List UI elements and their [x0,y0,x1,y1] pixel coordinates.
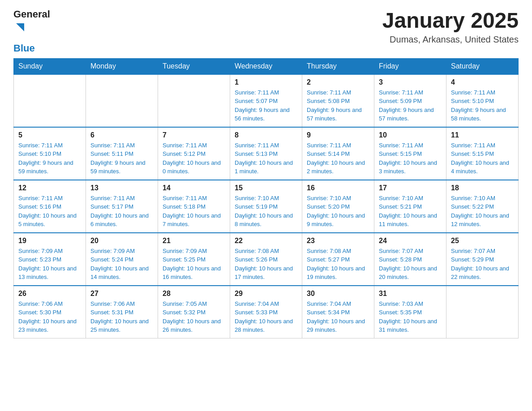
day-number: 8 [235,131,297,139]
day-number: 12 [18,184,81,192]
calendar-cell: 14Sunrise: 7:11 AMSunset: 5:18 PMDayligh… [158,180,230,233]
day-info: Sunrise: 7:11 AMSunset: 5:11 PMDaylight:… [90,141,153,176]
day-number: 11 [451,131,514,139]
day-number: 5 [18,131,81,139]
calendar-cell: 7Sunrise: 7:11 AMSunset: 5:12 PMDaylight… [158,127,230,180]
day-number: 2 [307,78,369,86]
day-info: Sunrise: 7:11 AMSunset: 5:15 PMDaylight:… [451,141,514,176]
calendar-cell: 2Sunrise: 7:11 AMSunset: 5:08 PMDaylight… [302,74,374,127]
day-number: 28 [163,290,225,298]
day-info: Sunrise: 7:11 AMSunset: 5:12 PMDaylight:… [163,141,225,176]
calendar-cell: 29Sunrise: 7:04 AMSunset: 5:33 PMDayligh… [230,286,302,338]
calendar-cell: 1Sunrise: 7:11 AMSunset: 5:07 PMDaylight… [230,74,302,127]
calendar-cell: 25Sunrise: 7:07 AMSunset: 5:29 PMDayligh… [446,233,519,286]
calendar-cell: 12Sunrise: 7:11 AMSunset: 5:16 PMDayligh… [14,180,86,233]
week-row-3: 12Sunrise: 7:11 AMSunset: 5:16 PMDayligh… [14,180,519,233]
day-info: Sunrise: 7:07 AMSunset: 5:29 PMDaylight:… [451,247,514,282]
calendar-title: January 2025 [382,9,519,33]
calendar-cell [86,74,158,127]
day-info: Sunrise: 7:10 AMSunset: 5:19 PMDaylight:… [235,194,297,229]
day-info: Sunrise: 7:04 AMSunset: 5:33 PMDaylight:… [235,300,297,334]
week-row-1: 1Sunrise: 7:11 AMSunset: 5:07 PMDaylight… [14,74,519,127]
logo-general-text: General [13,9,50,20]
day-info: Sunrise: 7:10 AMSunset: 5:21 PMDaylight:… [379,194,442,229]
day-number: 27 [90,290,153,298]
day-info: Sunrise: 7:06 AMSunset: 5:30 PMDaylight:… [18,300,81,334]
calendar-cell: 18Sunrise: 7:10 AMSunset: 5:22 PMDayligh… [446,180,519,233]
day-info: Sunrise: 7:11 AMSunset: 5:13 PMDaylight:… [235,141,297,176]
day-number: 29 [235,290,297,298]
day-info: Sunrise: 7:03 AMSunset: 5:35 PMDaylight:… [379,300,442,334]
day-number: 18 [451,184,514,192]
day-number: 19 [18,237,81,245]
day-number: 16 [307,184,369,192]
day-info: Sunrise: 7:07 AMSunset: 5:28 PMDaylight:… [379,247,442,282]
calendar-cell [446,286,519,338]
day-number: 31 [379,290,442,298]
calendar-cell: 6Sunrise: 7:11 AMSunset: 5:11 PMDaylight… [86,127,158,180]
calendar-cell: 5Sunrise: 7:11 AMSunset: 5:10 PMDaylight… [14,127,86,180]
weekday-header-row: SundayMondayTuesdayWednesdayThursdayFrid… [14,58,519,74]
day-number: 9 [307,131,369,139]
day-number: 25 [451,237,514,245]
day-info: Sunrise: 7:08 AMSunset: 5:26 PMDaylight:… [235,247,297,282]
weekday-header-monday: Monday [86,58,158,74]
day-number: 21 [163,237,225,245]
day-number: 6 [90,131,153,139]
logo: General Blue [13,9,50,54]
calendar-cell: 22Sunrise: 7:08 AMSunset: 5:26 PMDayligh… [230,233,302,286]
week-row-2: 5Sunrise: 7:11 AMSunset: 5:10 PMDaylight… [14,127,519,180]
day-number: 1 [235,78,297,86]
calendar-cell: 28Sunrise: 7:05 AMSunset: 5:32 PMDayligh… [158,286,230,338]
day-number: 3 [379,78,442,86]
day-number: 4 [451,78,514,86]
day-number: 7 [163,131,225,139]
calendar-cell: 31Sunrise: 7:03 AMSunset: 5:35 PMDayligh… [374,286,446,338]
day-number: 10 [379,131,442,139]
weekday-header-friday: Friday [374,58,446,74]
weekday-header-thursday: Thursday [302,58,374,74]
day-number: 13 [90,184,153,192]
calendar-cell: 3Sunrise: 7:11 AMSunset: 5:09 PMDaylight… [374,74,446,127]
day-number: 14 [163,184,225,192]
calendar-cell: 23Sunrise: 7:08 AMSunset: 5:27 PMDayligh… [302,233,374,286]
calendar-cell: 9Sunrise: 7:11 AMSunset: 5:14 PMDaylight… [302,127,374,180]
calendar-cell [158,74,230,127]
title-block: January 2025 Dumas, Arkansas, United Sta… [382,9,519,45]
calendar-cell: 13Sunrise: 7:11 AMSunset: 5:17 PMDayligh… [86,180,158,233]
page-header: General Blue January 2025 Dumas, Arkansa… [13,9,519,54]
calendar-cell: 20Sunrise: 7:09 AMSunset: 5:24 PMDayligh… [86,233,158,286]
day-info: Sunrise: 7:11 AMSunset: 5:09 PMDaylight:… [379,88,442,123]
day-info: Sunrise: 7:09 AMSunset: 5:25 PMDaylight:… [163,247,225,282]
day-info: Sunrise: 7:11 AMSunset: 5:17 PMDaylight:… [90,194,153,229]
calendar-cell: 17Sunrise: 7:10 AMSunset: 5:21 PMDayligh… [374,180,446,233]
calendar-table: SundayMondayTuesdayWednesdayThursdayFrid… [13,58,519,338]
day-info: Sunrise: 7:11 AMSunset: 5:07 PMDaylight:… [235,88,297,123]
day-info: Sunrise: 7:11 AMSunset: 5:16 PMDaylight:… [18,194,81,229]
day-info: Sunrise: 7:11 AMSunset: 5:10 PMDaylight:… [18,141,81,176]
calendar-cell: 8Sunrise: 7:11 AMSunset: 5:13 PMDaylight… [230,127,302,180]
day-number: 22 [235,237,297,245]
calendar-cell: 27Sunrise: 7:06 AMSunset: 5:31 PMDayligh… [86,286,158,338]
calendar-cell: 16Sunrise: 7:10 AMSunset: 5:20 PMDayligh… [302,180,374,233]
day-info: Sunrise: 7:11 AMSunset: 5:10 PMDaylight:… [451,88,514,123]
day-info: Sunrise: 7:11 AMSunset: 5:08 PMDaylight:… [307,88,369,123]
day-info: Sunrise: 7:08 AMSunset: 5:27 PMDaylight:… [307,247,369,282]
calendar-cell: 21Sunrise: 7:09 AMSunset: 5:25 PMDayligh… [158,233,230,286]
calendar-cell: 19Sunrise: 7:09 AMSunset: 5:23 PMDayligh… [14,233,86,286]
day-number: 30 [307,290,369,298]
calendar-cell: 4Sunrise: 7:11 AMSunset: 5:10 PMDaylight… [446,74,519,127]
day-number: 26 [18,290,81,298]
weekday-header-tuesday: Tuesday [158,58,230,74]
day-info: Sunrise: 7:10 AMSunset: 5:22 PMDaylight:… [451,194,514,229]
day-info: Sunrise: 7:11 AMSunset: 5:15 PMDaylight:… [379,141,442,176]
calendar-subtitle: Dumas, Arkansas, United States [382,34,519,45]
day-info: Sunrise: 7:10 AMSunset: 5:20 PMDaylight:… [307,194,369,229]
calendar-cell: 11Sunrise: 7:11 AMSunset: 5:15 PMDayligh… [446,127,519,180]
day-info: Sunrise: 7:11 AMSunset: 5:14 PMDaylight:… [307,141,369,176]
day-number: 20 [90,237,153,245]
calendar-cell [14,74,86,127]
weekday-header-sunday: Sunday [14,58,86,74]
day-number: 15 [235,184,297,192]
calendar-cell: 30Sunrise: 7:04 AMSunset: 5:34 PMDayligh… [302,286,374,338]
